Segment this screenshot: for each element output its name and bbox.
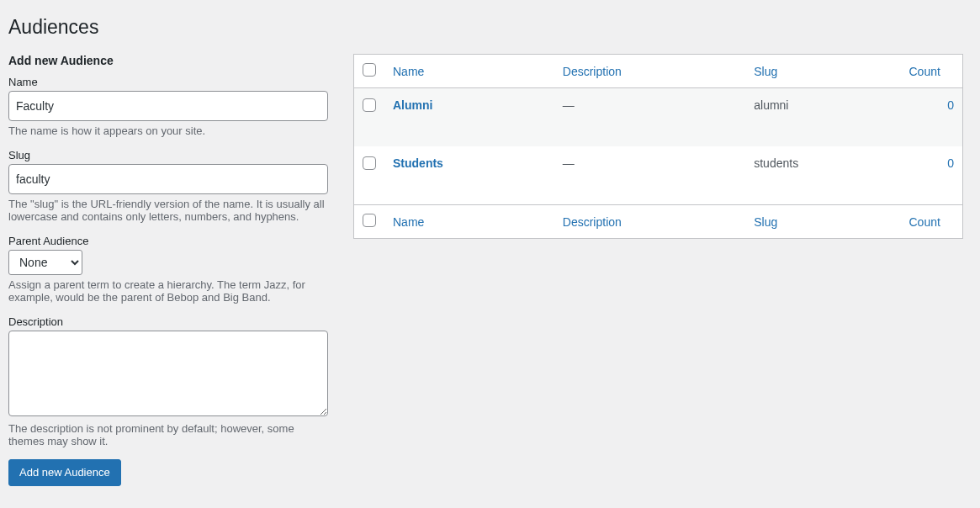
col-footer-name[interactable]: Name (393, 215, 424, 229)
term-name-link[interactable]: Alumni (393, 98, 432, 112)
table-row: Students — students 0 (354, 146, 963, 205)
slug-input[interactable] (8, 164, 328, 194)
parent-help: Assign a parent term to create a hierarc… (8, 278, 328, 304)
term-count-link[interactable]: 0 (947, 98, 954, 112)
form-heading: Add new Audience (8, 54, 328, 67)
page-title: Audiences (8, 8, 963, 42)
col-header-name[interactable]: Name (393, 65, 424, 78)
slug-label: Slug (8, 149, 328, 161)
table-row: Alumni — alumni 0 (354, 88, 963, 147)
name-label: Name (8, 76, 328, 88)
term-name-link[interactable]: Students (393, 156, 443, 170)
select-all-bottom-checkbox[interactable] (363, 214, 376, 227)
term-slug: students (745, 146, 900, 205)
select-all-top-checkbox[interactable] (363, 63, 376, 77)
name-input[interactable] (8, 91, 328, 121)
col-footer-slug[interactable]: Slug (754, 215, 777, 229)
row-checkbox[interactable] (363, 98, 376, 112)
description-textarea[interactable] (8, 331, 328, 416)
col-header-count[interactable]: Count (909, 65, 940, 78)
name-help: The name is how it appears on your site. (8, 124, 328, 137)
col-footer-description[interactable]: Description (563, 215, 622, 229)
term-description: — (554, 88, 745, 147)
parent-select[interactable]: None (8, 250, 82, 275)
terms-table: Name Description Slug Count Alumni — alu… (353, 54, 963, 239)
term-count-link[interactable]: 0 (947, 156, 954, 170)
term-slug: alumni (745, 88, 900, 147)
parent-label: Parent Audience (8, 235, 328, 247)
row-checkbox[interactable] (363, 156, 376, 170)
slug-help: The "slug" is the URL-friendly version o… (8, 198, 328, 223)
add-term-form: Add new Audience Name The name is how it… (8, 54, 328, 486)
col-header-description[interactable]: Description (563, 65, 622, 78)
submit-button[interactable]: Add new Audience (8, 459, 121, 486)
term-description: — (554, 146, 745, 205)
col-footer-count[interactable]: Count (909, 215, 940, 229)
col-header-slug[interactable]: Slug (754, 65, 777, 78)
description-help: The description is not prominent by defa… (8, 422, 328, 447)
description-label: Description (8, 315, 328, 328)
